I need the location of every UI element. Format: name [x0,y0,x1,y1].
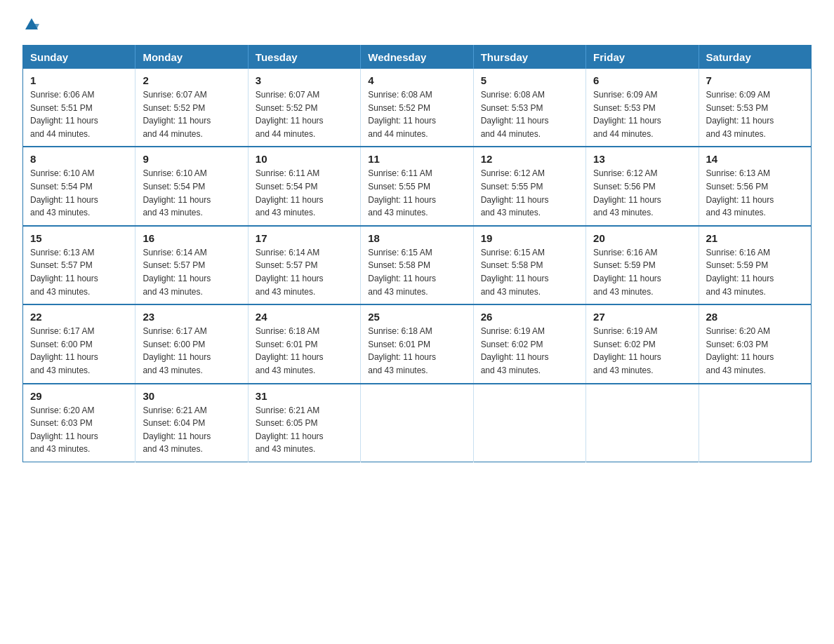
day-number: 31 [256,390,353,402]
day-info: Sunrise: 6:15 AMSunset: 5:58 PMDaylight:… [481,246,578,298]
day-info: Sunrise: 6:17 AMSunset: 6:00 PMDaylight:… [30,325,128,377]
calendar-cell: 26 Sunrise: 6:19 AMSunset: 6:02 PMDaylig… [473,304,585,383]
day-header-thursday: Thursday [473,46,585,69]
day-number: 21 [706,232,804,244]
day-info: Sunrise: 6:13 AMSunset: 5:56 PMDaylight:… [706,167,804,219]
day-info: Sunrise: 6:10 AMSunset: 5:54 PMDaylight:… [30,167,128,219]
calendar-cell: 2 Sunrise: 6:07 AMSunset: 5:52 PMDayligh… [135,69,248,147]
calendar-cell: 9 Sunrise: 6:10 AMSunset: 5:54 PMDayligh… [135,147,248,225]
day-info: Sunrise: 6:16 AMSunset: 5:59 PMDaylight:… [706,246,804,298]
day-info: Sunrise: 6:08 AMSunset: 5:53 PMDaylight:… [481,88,578,140]
day-info: Sunrise: 6:08 AMSunset: 5:52 PMDaylight:… [368,88,465,140]
day-info: Sunrise: 6:18 AMSunset: 6:01 PMDaylight:… [256,325,353,377]
calendar-cell: 3 Sunrise: 6:07 AMSunset: 5:52 PMDayligh… [248,69,360,147]
day-number: 1 [30,74,128,86]
day-number: 23 [143,311,240,323]
day-header-sunday: Sunday [23,46,135,69]
calendar-cell: 31 Sunrise: 6:21 AMSunset: 6:05 PMDaylig… [248,384,360,462]
day-info: Sunrise: 6:12 AMSunset: 5:56 PMDaylight:… [593,167,691,219]
calendar-cell: 8 Sunrise: 6:10 AMSunset: 5:54 PMDayligh… [23,147,135,225]
day-number: 30 [143,390,240,402]
page-header [22,17,812,32]
day-info: Sunrise: 6:21 AMSunset: 6:05 PMDaylight:… [256,404,353,456]
calendar-week-row: 1 Sunrise: 6:06 AMSunset: 5:51 PMDayligh… [23,69,812,147]
day-info: Sunrise: 6:07 AMSunset: 5:52 PMDaylight:… [256,88,353,140]
day-info: Sunrise: 6:16 AMSunset: 5:59 PMDaylight:… [593,246,691,298]
day-info: Sunrise: 6:19 AMSunset: 6:02 PMDaylight:… [481,325,578,377]
day-number: 26 [481,311,578,323]
day-header-tuesday: Tuesday [248,46,360,69]
day-info: Sunrise: 6:14 AMSunset: 5:57 PMDaylight:… [143,246,240,298]
calendar-cell: 6 Sunrise: 6:09 AMSunset: 5:53 PMDayligh… [586,69,699,147]
day-info: Sunrise: 6:09 AMSunset: 5:53 PMDaylight:… [593,88,691,140]
calendar-header-row: SundayMondayTuesdayWednesdayThursdayFrid… [23,46,812,69]
calendar-cell: 16 Sunrise: 6:14 AMSunset: 5:57 PMDaylig… [135,226,248,304]
calendar-cell: 19 Sunrise: 6:15 AMSunset: 5:58 PMDaylig… [473,226,585,304]
day-info: Sunrise: 6:06 AMSunset: 5:51 PMDaylight:… [30,88,128,140]
calendar-cell: 28 Sunrise: 6:20 AMSunset: 6:03 PMDaylig… [699,304,811,383]
day-header-friday: Friday [586,46,699,69]
day-number: 8 [30,153,128,165]
calendar-table: SundayMondayTuesdayWednesdayThursdayFrid… [22,45,812,462]
day-info: Sunrise: 6:20 AMSunset: 6:03 PMDaylight:… [706,325,804,377]
day-number: 5 [481,74,578,86]
calendar-cell: 24 Sunrise: 6:18 AMSunset: 6:01 PMDaylig… [248,304,360,383]
day-number: 12 [481,153,578,165]
day-header-monday: Monday [135,46,248,69]
day-header-saturday: Saturday [699,46,811,69]
calendar-cell: 21 Sunrise: 6:16 AMSunset: 5:59 PMDaylig… [699,226,811,304]
day-info: Sunrise: 6:11 AMSunset: 5:55 PMDaylight:… [368,167,465,219]
day-number: 7 [706,74,804,86]
calendar-cell: 17 Sunrise: 6:14 AMSunset: 5:57 PMDaylig… [248,226,360,304]
calendar-cell [473,384,585,462]
day-info: Sunrise: 6:17 AMSunset: 6:00 PMDaylight:… [143,325,240,377]
day-info: Sunrise: 6:11 AMSunset: 5:54 PMDaylight:… [256,167,353,219]
calendar-cell: 10 Sunrise: 6:11 AMSunset: 5:54 PMDaylig… [248,147,360,225]
day-number: 6 [593,74,691,86]
day-number: 24 [256,311,353,323]
day-number: 18 [368,232,465,244]
day-info: Sunrise: 6:19 AMSunset: 6:02 PMDaylight:… [593,325,691,377]
calendar-cell: 25 Sunrise: 6:18 AMSunset: 6:01 PMDaylig… [361,304,473,383]
day-number: 22 [30,311,128,323]
day-info: Sunrise: 6:14 AMSunset: 5:57 PMDaylight:… [256,246,353,298]
day-number: 3 [256,74,353,86]
day-info: Sunrise: 6:15 AMSunset: 5:58 PMDaylight:… [368,246,465,298]
calendar-cell: 30 Sunrise: 6:21 AMSunset: 6:04 PMDaylig… [135,384,248,462]
day-number: 13 [593,153,691,165]
calendar-cell: 12 Sunrise: 6:12 AMSunset: 5:55 PMDaylig… [473,147,585,225]
day-number: 16 [143,232,240,244]
day-info: Sunrise: 6:21 AMSunset: 6:04 PMDaylight:… [143,404,240,456]
calendar-cell: 23 Sunrise: 6:17 AMSunset: 6:00 PMDaylig… [135,304,248,383]
calendar-cell: 5 Sunrise: 6:08 AMSunset: 5:53 PMDayligh… [473,69,585,147]
day-number: 25 [368,311,465,323]
day-info: Sunrise: 6:12 AMSunset: 5:55 PMDaylight:… [481,167,578,219]
logo-triangle-icon [24,17,39,32]
day-number: 9 [143,153,240,165]
day-number: 11 [368,153,465,165]
day-number: 10 [256,153,353,165]
day-number: 28 [706,311,804,323]
day-number: 19 [481,232,578,244]
calendar-week-row: 29 Sunrise: 6:20 AMSunset: 6:03 PMDaylig… [23,384,812,462]
day-number: 20 [593,232,691,244]
day-info: Sunrise: 6:13 AMSunset: 5:57 PMDaylight:… [30,246,128,298]
calendar-cell: 22 Sunrise: 6:17 AMSunset: 6:00 PMDaylig… [23,304,135,383]
day-info: Sunrise: 6:07 AMSunset: 5:52 PMDaylight:… [143,88,240,140]
calendar-cell [699,384,811,462]
calendar-week-row: 8 Sunrise: 6:10 AMSunset: 5:54 PMDayligh… [23,147,812,225]
day-number: 4 [368,74,465,86]
day-number: 17 [256,232,353,244]
calendar-cell: 20 Sunrise: 6:16 AMSunset: 5:59 PMDaylig… [586,226,699,304]
calendar-cell: 27 Sunrise: 6:19 AMSunset: 6:02 PMDaylig… [586,304,699,383]
calendar-cell: 11 Sunrise: 6:11 AMSunset: 5:55 PMDaylig… [361,147,473,225]
calendar-cell: 29 Sunrise: 6:20 AMSunset: 6:03 PMDaylig… [23,384,135,462]
day-header-wednesday: Wednesday [361,46,473,69]
calendar-cell: 14 Sunrise: 6:13 AMSunset: 5:56 PMDaylig… [699,147,811,225]
day-number: 29 [30,390,128,402]
calendar-cell [586,384,699,462]
calendar-week-row: 22 Sunrise: 6:17 AMSunset: 6:00 PMDaylig… [23,304,812,383]
day-number: 14 [706,153,804,165]
day-info: Sunrise: 6:10 AMSunset: 5:54 PMDaylight:… [143,167,240,219]
day-number: 2 [143,74,240,86]
